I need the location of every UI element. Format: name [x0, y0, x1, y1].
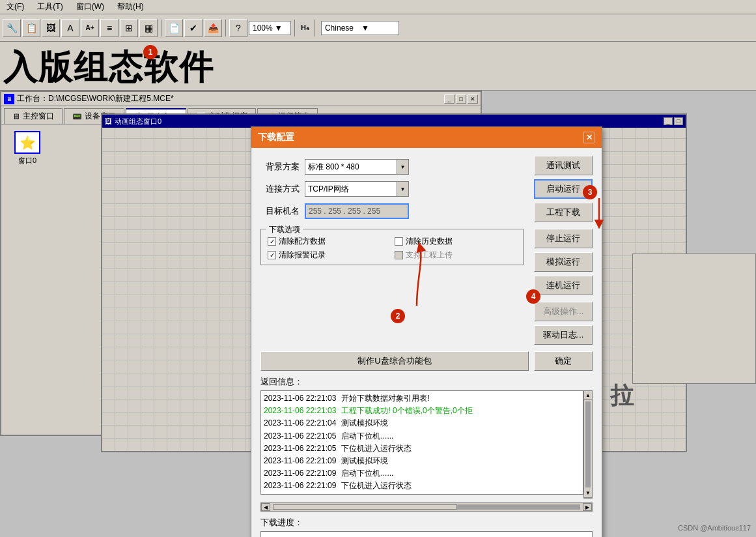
log-time-7: 2023-11-06 22:21:09	[264, 467, 336, 480]
anim-window-title: 动画组态窗口0	[115, 117, 161, 126]
driver-log-button[interactable]: 驱动日志...	[534, 325, 593, 345]
simulate-run-button[interactable]: 模拟运行	[534, 252, 593, 272]
action-buttons-row: 高级操作... 驱动日志...	[260, 302, 593, 345]
log-entry-6: 2023-11-06 22:21:09 测试模拟环境	[264, 455, 580, 467]
h-scrollbar[interactable]: ◀ ▶	[260, 502, 593, 512]
anim-win-controls: _ □	[664, 117, 683, 125]
checkbox-clear-history[interactable]	[395, 237, 403, 246]
lang-select[interactable]: Chinese ▼	[321, 21, 399, 35]
online-run-button[interactable]: 连机运行	[534, 276, 593, 295]
options-area: 下载选项 清除配方数据 清除历史数据	[260, 229, 524, 295]
anim-window-titlebar: 🖼 动画组态窗口0 _ □	[102, 115, 686, 128]
win-maximize[interactable]: □	[456, 94, 466, 104]
advanced-button[interactable]: 高级操作...	[534, 302, 593, 321]
toolbar-btn-10[interactable]: ✔	[184, 19, 203, 37]
toolbar-btn-9[interactable]: 📄	[165, 19, 183, 37]
dialog-body: 背景方案 标准 800 * 480 ▼ 连接方式 TCP/IP网络 ▼	[251, 148, 602, 537]
option-label-2: 清除历史数据	[406, 236, 453, 247]
toolbar-btn-2[interactable]: 📋	[22, 19, 40, 37]
toolbar-btn-7[interactable]: ⊞	[120, 19, 138, 37]
log-scrollbar[interactable]: ▲ ▼	[583, 390, 593, 499]
connection-arrow[interactable]: ▼	[397, 182, 408, 196]
checkbox-support-upload	[395, 251, 403, 259]
log-msg-6: 测试模拟环境	[341, 455, 388, 467]
bg-scheme-select[interactable]: 标准 800 * 480 ▼	[305, 159, 409, 175]
zoom-select[interactable]: 100% ▼	[249, 21, 291, 35]
stop-run-button[interactable]: 停止运行	[534, 229, 593, 248]
menu-bar: 文(F) 工具(T) 窗口(W) 帮助(H)	[0, 0, 756, 14]
win-minimize[interactable]: _	[444, 94, 455, 104]
annotation-2: 2	[391, 309, 405, 323]
annotation-1: 1	[143, 45, 158, 59]
log-time-2: 2023-11-06 22:21:03	[264, 405, 336, 417]
log-area[interactable]: 2023-11-06 22:21:03 开始下载数据对象引用表! 2023-11…	[260, 390, 583, 495]
confirm-button[interactable]: 确定	[534, 351, 593, 371]
menu-window[interactable]: 窗口(W)	[72, 1, 108, 13]
dialog-close-button[interactable]: ✕	[583, 132, 595, 143]
options-row: 下载选项 清除配方数据 清除历史数据	[260, 229, 593, 295]
option-clear-alarm: 清除报警记录	[268, 250, 389, 261]
options-grid: 清除配方数据 清除历史数据 清除报警记录	[268, 233, 516, 261]
connection-label: 连接方式	[260, 183, 300, 195]
inner-window-titlebar: 🖥 工作台：D:\MCGSE\WORK\新建工程5.MCE* _ □ ✕	[1, 92, 481, 106]
log-entry-5: 2023-11-06 22:21:05 下位机进入运行状态	[264, 443, 580, 455]
make-usb-button[interactable]: 制作U盘综合功能包	[260, 351, 529, 371]
h-scroll-thumb[interactable]	[273, 504, 457, 510]
toolbar-sep-4	[315, 20, 315, 36]
workspace: 🖥 工作台：D:\MCGSE\WORK\新建工程5.MCE* _ □ ✕ 🖥 主…	[0, 91, 756, 537]
log-scroll-up[interactable]: ▲	[584, 391, 592, 400]
spacer-area	[260, 302, 529, 345]
toolbar-btn-3[interactable]: 🖼	[42, 19, 60, 37]
menu-help[interactable]: 帮助(H)	[113, 1, 148, 13]
progress-bar	[260, 531, 593, 537]
log-scroll-thumb[interactable]	[585, 401, 591, 487]
h-scroll-left[interactable]: ◀	[261, 503, 270, 511]
tab-main-window[interactable]: 🖥 主控窗口	[4, 108, 63, 124]
option-clear-recipe: 清除配方数据	[268, 236, 389, 247]
target-label: 目标机名	[260, 205, 300, 217]
log-entry-7: 2023-11-06 22:21:09 启动下位机......	[264, 467, 580, 480]
checkbox-clear-alarm[interactable]	[268, 251, 276, 259]
menu-tools[interactable]: 工具(T)	[33, 1, 66, 13]
annotation-3: 3	[583, 185, 597, 199]
inner-window-title: 工作台：D:\MCGSE\WORK\新建工程5.MCE*	[17, 93, 174, 104]
checkbox-clear-recipe[interactable]	[268, 237, 276, 246]
right-buttons-group-3: 高级操作... 驱动日志...	[534, 302, 593, 345]
return-info-label: 返回信息：	[260, 376, 593, 388]
toolbar-btn-8[interactable]: ▦	[139, 19, 158, 37]
log-entry-1: 2023-11-06 22:21:03 开始下载数据对象引用表!	[264, 392, 580, 405]
right-panel	[632, 254, 756, 384]
log-time-6: 2023-11-06 22:21:09	[264, 455, 336, 467]
download-dialog: 下载配置 ✕ 背景方案 标准 800 * 480 ▼ 连接方式	[251, 126, 602, 537]
target-input[interactable]: 255 . 255 . 255 . 255	[305, 203, 409, 219]
toolbar: 🔧 📋 🖼 A A+ ≡ ⊞ ▦ 📄 ✔ 📤 ? 100% ▼ H₄ Chine…	[0, 14, 756, 42]
toolbar-btn-11[interactable]: 📤	[204, 19, 222, 37]
option-label-4: 支持工程上传	[406, 250, 453, 261]
anim-win-minimize[interactable]: _	[664, 117, 673, 125]
option-label-1: 清除配方数据	[279, 236, 326, 247]
toolbar-btn-5[interactable]: A+	[81, 19, 99, 37]
zoom-value: 100%	[251, 23, 273, 33]
log-scroll-down[interactable]: ▼	[584, 489, 592, 498]
toolbar-btn-1[interactable]: 🔧	[3, 19, 21, 37]
anim-win-maximize[interactable]: □	[674, 117, 683, 125]
window-label: 窗口0	[8, 156, 47, 166]
zoom-arrow[interactable]: ▼	[273, 23, 289, 33]
project-download-button[interactable]: 工程下载	[534, 203, 593, 222]
lang-arrow[interactable]: ▼	[359, 23, 397, 33]
bg-scheme-arrow[interactable]: ▼	[397, 160, 408, 174]
h-scroll-right[interactable]: ▶	[583, 503, 592, 511]
comm-test-button[interactable]: 通讯测试	[534, 156, 593, 175]
log-time-8: 2023-11-06 22:21:09	[264, 480, 336, 492]
dialog-titlebar: 下载配置 ✕	[251, 127, 602, 148]
menu-file[interactable]: 文(F)	[3, 1, 28, 13]
anim-window-icon: 🖼	[105, 117, 112, 125]
toolbar-btn-6[interactable]: ≡	[100, 19, 119, 37]
toolbar-btn-question[interactable]: ?	[229, 19, 247, 37]
annotation-4: 4	[526, 289, 540, 304]
win-close[interactable]: ✕	[468, 94, 478, 104]
log-entry-2: 2023-11-06 22:21:03 工程下载成功! 0个错误,0个警告,0个…	[264, 405, 580, 417]
toolbar-btn-4[interactable]: A	[61, 19, 79, 37]
connection-select[interactable]: TCP/IP网络 ▼	[305, 181, 409, 197]
lang-value: Chinese	[323, 23, 359, 33]
